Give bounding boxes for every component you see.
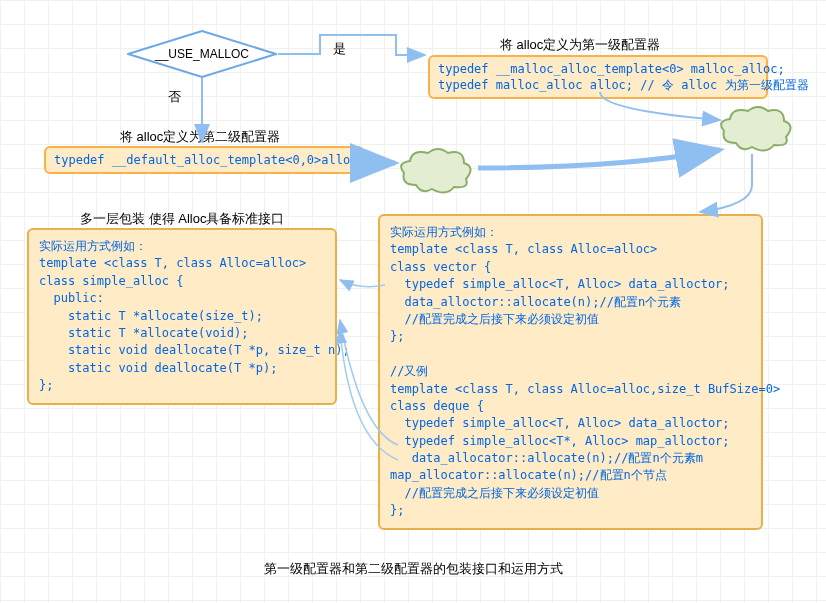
code-box-simple-alloc: 实际运用方式例如： template <class T, class Alloc…: [27, 228, 337, 405]
cloud-right: [716, 103, 796, 155]
code-box-examples: 实际运用方式例如： template <class T, class Alloc…: [378, 214, 763, 530]
edge-label-yes: 是: [333, 40, 346, 58]
code-box-first-level: typedef __malloc_alloc_template<0> mallo…: [428, 55, 768, 99]
caption-first-level: 将 alloc定义为第一级配置器: [500, 36, 660, 54]
caption-second-level: 将 alloc定义为第二级配置器: [120, 128, 280, 146]
footer-caption: 第一级配置器和第二级配置器的包装接口和运用方式: [0, 560, 826, 578]
code-box-second-level: typedef __default_alloc_template<0,0>all…: [44, 146, 364, 174]
cloud-left: [396, 145, 476, 197]
decision-diamond: __USE_MALLOC: [127, 30, 277, 78]
decision-label: __USE_MALLOC: [127, 30, 277, 78]
caption-wrapper: 多一层包装 使得 Alloc具备标准接口: [80, 210, 284, 228]
edge-label-no: 否: [168, 88, 181, 106]
